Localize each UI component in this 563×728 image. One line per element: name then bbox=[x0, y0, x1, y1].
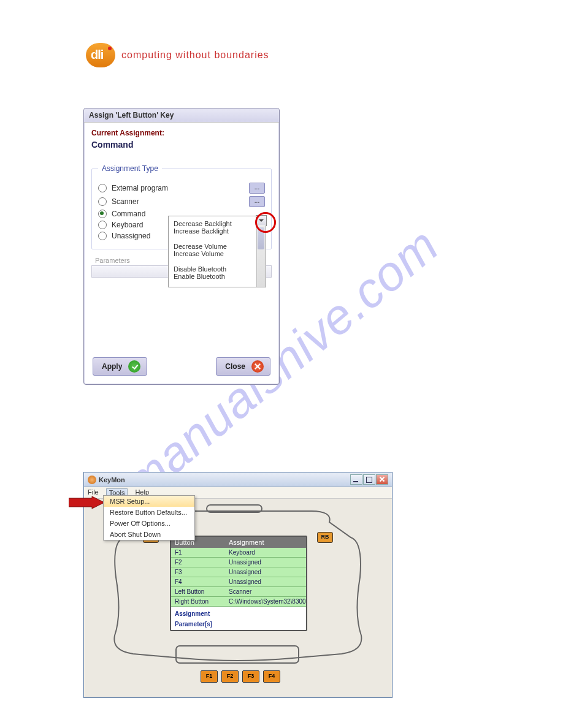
command-dropdown-list[interactable]: Decrease Backlight Increase Backlight De… bbox=[168, 216, 266, 287]
radio-icon[interactable] bbox=[98, 232, 107, 240]
cell: F2 bbox=[171, 558, 225, 567]
cell: F3 bbox=[171, 567, 225, 577]
current-assignment-label: Current Assignment: bbox=[91, 129, 272, 137]
function-buttons: F1 F2 F3 F4 bbox=[201, 670, 280, 683]
close-button[interactable]: Close bbox=[216, 357, 270, 376]
tools-dropdown-menu: MSR Setup... Restore Button Defaults... … bbox=[103, 495, 195, 540]
option-scanner[interactable]: Scanner ... bbox=[98, 196, 265, 207]
parameters-label: Parameter[s] bbox=[171, 617, 306, 628]
menu-item-abort-shutdown[interactable]: Abort Shut Down bbox=[104, 529, 194, 540]
cell: F1 bbox=[171, 548, 225, 557]
close-label: Close bbox=[225, 362, 245, 371]
table-row[interactable]: F3Unassigned bbox=[171, 567, 306, 577]
f3-button[interactable]: F3 bbox=[242, 670, 259, 683]
radio-icon[interactable] bbox=[98, 210, 107, 218]
option-label: Keyboard bbox=[112, 221, 143, 229]
assignment-type-legend: Assignment Type bbox=[98, 164, 162, 173]
dialog-title: Assign 'Left Button' Key bbox=[84, 108, 279, 123]
f1-button[interactable]: F1 bbox=[201, 670, 218, 683]
option-label: Scanner bbox=[112, 197, 139, 206]
option-external-program[interactable]: External program ... bbox=[98, 183, 265, 194]
window-titlebar[interactable]: KeyMon bbox=[84, 472, 392, 487]
apply-label: Apply bbox=[102, 362, 122, 371]
table-row[interactable]: F4Unassigned bbox=[171, 577, 306, 587]
menu-item-msr-setup[interactable]: MSR Setup... bbox=[104, 496, 194, 507]
callout-circle-icon bbox=[255, 212, 276, 233]
cell: Scanner bbox=[225, 587, 306, 596]
window-close-button[interactable] bbox=[376, 474, 388, 485]
current-assignment-value: Command bbox=[91, 140, 272, 150]
table-row[interactable]: F2Unassigned bbox=[171, 558, 306, 567]
cell: Unassigned bbox=[225, 577, 306, 586]
assignment-label: Assignment bbox=[171, 607, 306, 617]
dropdown-item[interactable]: Enable Bluetooth bbox=[174, 273, 261, 280]
menu-item-restore-defaults[interactable]: Restore Button Defaults... bbox=[104, 507, 194, 518]
dropdown-item[interactable]: Disable Bluetooth bbox=[174, 265, 261, 273]
option-label: Unassigned bbox=[112, 232, 150, 240]
browse-button[interactable]: ... bbox=[249, 183, 265, 194]
cell: Unassigned bbox=[225, 567, 306, 577]
cell: F4 bbox=[171, 577, 225, 586]
maximize-button[interactable] bbox=[363, 474, 375, 485]
svg-marker-2 bbox=[69, 496, 104, 509]
cell: Keyboard bbox=[225, 548, 306, 557]
check-icon bbox=[128, 360, 140, 373]
f2-button[interactable]: F2 bbox=[221, 670, 239, 683]
radio-icon[interactable] bbox=[98, 184, 107, 192]
cell: C:\Windows\System32\8300Cam... bbox=[225, 597, 306, 606]
option-label: External program bbox=[112, 184, 168, 192]
menu-file[interactable]: File bbox=[88, 488, 99, 497]
dli-logo-icon: dli bbox=[86, 43, 115, 67]
dropdown-item[interactable]: Decrease Backlight bbox=[174, 220, 261, 227]
dropdown-item[interactable]: Increase Volume bbox=[174, 250, 261, 257]
tagline-text: computing without boundaries bbox=[121, 50, 269, 61]
table-row[interactable]: Right ButtonC:\Windows\System32\8300Cam.… bbox=[171, 597, 306, 607]
cell: Unassigned bbox=[225, 558, 306, 567]
header-assignment: Assignment bbox=[225, 537, 306, 548]
page-header: dli computing without boundaries bbox=[86, 43, 269, 67]
cell: Left Button bbox=[171, 587, 225, 596]
scrollbar[interactable] bbox=[256, 225, 266, 287]
logo-dot-icon bbox=[108, 47, 112, 50]
option-label: Command bbox=[112, 210, 145, 218]
f4-button[interactable]: F4 bbox=[263, 670, 280, 683]
radio-icon[interactable] bbox=[98, 221, 107, 229]
table-row[interactable]: Left ButtonScanner bbox=[171, 587, 306, 597]
dropdown-item[interactable]: Decrease Volume bbox=[174, 243, 261, 250]
radio-icon[interactable] bbox=[98, 197, 107, 206]
window-title: KeyMon bbox=[99, 476, 350, 483]
table-row[interactable]: F1Keyboard bbox=[171, 548, 306, 558]
rb-button[interactable]: RB bbox=[317, 532, 333, 543]
menu-item-power-off[interactable]: Power Off Options... bbox=[104, 518, 194, 529]
callout-arrow-icon bbox=[69, 496, 105, 509]
cell: Right Button bbox=[171, 597, 225, 606]
apply-button[interactable]: Apply bbox=[93, 357, 147, 376]
close-icon bbox=[251, 360, 264, 373]
browse-button[interactable]: ... bbox=[249, 196, 265, 207]
dropdown-item[interactable]: Increase Backlight bbox=[174, 227, 261, 235]
minimize-button[interactable] bbox=[350, 474, 362, 485]
device-screen: Button Assignment F1Keyboard F2Unassigne… bbox=[170, 536, 307, 631]
app-icon bbox=[88, 476, 96, 484]
logo-text: dli bbox=[91, 48, 103, 62]
